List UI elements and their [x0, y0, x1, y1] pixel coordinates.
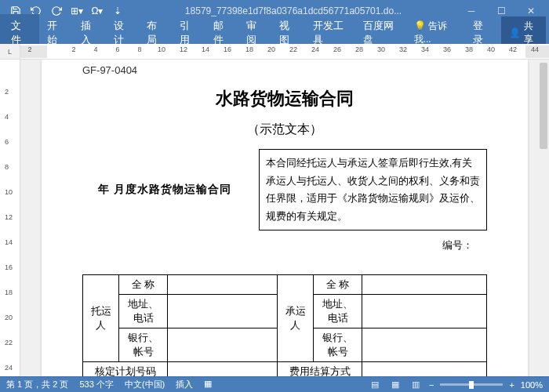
- status-right: ▤ ▦ ▥ − + 100%: [368, 379, 543, 390]
- zoom-out-button[interactable]: −: [429, 380, 434, 390]
- cell: [168, 295, 278, 328]
- horizontal-ruler-row: L 22468101214161820222426283032343638404…: [0, 44, 549, 60]
- period-note-row: 年 月度水路货物运输合同 本合同经托运人与承运人签章后即行生效,有关承运人与托运…: [82, 149, 487, 230]
- status-left: 第 1 页，共 2 页 533 个字 中文(中国) 插入 ▦: [6, 379, 212, 390]
- lightbulb-icon: 💡: [414, 20, 426, 31]
- vertical-scrollbar[interactable]: [538, 60, 549, 376]
- cell: [362, 328, 487, 362]
- status-bar: 第 1 页，共 2 页 533 个字 中文(中国) 插入 ▦ ▤ ▦ ▥ − +…: [0, 376, 549, 392]
- doc-subtitle: （示范文本）: [82, 122, 487, 138]
- carrier-label: 承运人: [278, 275, 314, 362]
- table-row: 核定计划号码 费用结算方式: [83, 362, 487, 377]
- horizontal-ruler[interactable]: 2246810121416182022242628303234363840424…: [20, 44, 549, 59]
- web-layout-icon[interactable]: ▥: [409, 379, 423, 390]
- plan-no-label: 核定计划号码: [83, 362, 168, 377]
- cell: [168, 275, 278, 295]
- page-scroll-area[interactable]: GF-97-0404 水路货物运输合同 （示范文本） 年 月度水路货物运输合同 …: [20, 60, 549, 376]
- note-box: 本合同经托运人与承运人签章后即行生效,有关承运人与托运人、收货人之间的权利、义务…: [259, 149, 487, 230]
- addr-tel-label: 地址、电话: [119, 295, 168, 328]
- page-header-code: GF-97-0404: [82, 64, 487, 76]
- zoom-in-button[interactable]: +: [509, 380, 514, 390]
- fullname-label: 全 称: [314, 275, 362, 295]
- document-page: GF-97-0404 水路货物运输合同 （示范文本） 年 月度水路货物运输合同 …: [42, 60, 528, 376]
- addr-tel-label: 地址、电话: [314, 295, 362, 328]
- consignor-label: 托运人: [83, 275, 119, 362]
- read-mode-icon[interactable]: ▤: [368, 379, 382, 390]
- cell: [362, 275, 487, 295]
- page-indicator[interactable]: 第 1 页，共 2 页: [6, 379, 68, 390]
- contract-number-label: 编号：: [82, 238, 473, 252]
- insert-mode[interactable]: 插入: [176, 379, 193, 390]
- table-row: 托运人 全 称 承运人 全 称: [83, 275, 487, 295]
- zoom-slider-thumb[interactable]: [469, 381, 474, 389]
- language-indicator[interactable]: 中文(中国): [125, 379, 165, 390]
- cell: [168, 362, 278, 377]
- print-layout-icon[interactable]: ▦: [388, 379, 402, 390]
- cell: [362, 295, 487, 328]
- contract-table: 托运人 全 称 承运人 全 称 地址、电话 地址、电话 银行、帐号 银行、: [82, 274, 487, 376]
- bank-acct-label: 银行、帐号: [119, 328, 168, 362]
- bank-acct-label: 银行、帐号: [314, 328, 362, 362]
- work-area: 24681012141618202224 GF-97-0404 水路货物运输合同…: [0, 60, 549, 376]
- fullname-label: 全 称: [119, 275, 168, 295]
- ribbon-tabs: 文件 开始 插入 设计 布局 引用 邮件 审阅 视图 开发工具 百度网盘 💡 告…: [0, 22, 549, 44]
- macro-icon[interactable]: ▦: [204, 379, 212, 390]
- doc-title: 水路货物运输合同: [82, 87, 487, 111]
- scrollbar-thumb[interactable]: [540, 63, 547, 149]
- cell: [168, 328, 278, 362]
- zoom-slider[interactable]: [440, 383, 503, 386]
- settle-method-label: 费用结算方式: [278, 362, 362, 377]
- vertical-ruler[interactable]: 24681012141618202224: [0, 60, 20, 376]
- cell: [362, 362, 487, 377]
- zoom-level[interactable]: 100%: [521, 380, 543, 390]
- ruler-corner[interactable]: L: [0, 44, 20, 59]
- period-label: 年 月度水路货物运输合同: [82, 149, 259, 230]
- word-count[interactable]: 533 个字: [79, 379, 113, 390]
- person-icon: 👤: [509, 27, 521, 38]
